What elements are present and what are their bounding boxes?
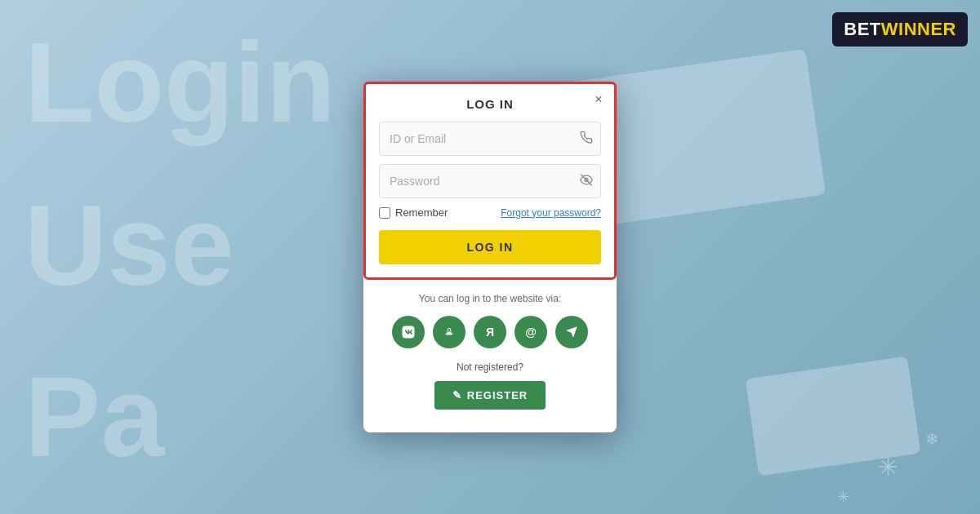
login-button[interactable]: LOG IN xyxy=(379,230,601,264)
password-group xyxy=(379,164,601,198)
modal-footer: You can log in to the website via: xyxy=(363,280,617,410)
modal-title: LOG IN xyxy=(466,97,514,111)
id-email-group xyxy=(379,122,601,156)
snowflake-3: ✳ xyxy=(837,488,849,506)
via-text: You can log in to the website via: xyxy=(376,293,604,304)
modal-inner-border: LOG IN × xyxy=(363,82,617,280)
mail-login-button[interactable]: @ xyxy=(514,316,547,348)
yandex-login-button[interactable]: Я xyxy=(474,316,506,348)
register-icon: ✎ xyxy=(452,389,462,401)
modal-body: Remember Forgot your password? LOG IN xyxy=(366,122,614,277)
betwinner-logo: BET WINNER xyxy=(832,12,968,47)
telegram-login-button[interactable] xyxy=(555,316,588,348)
bg-text-user: Use xyxy=(24,179,234,312)
bg-text-pa: Pa xyxy=(24,351,164,483)
snowflake-1: ✳ xyxy=(878,453,898,481)
remember-row: Remember Forgot your password? xyxy=(379,206,601,219)
remember-checkbox[interactable] xyxy=(379,207,390,219)
modal-container: LOG IN × xyxy=(363,82,617,432)
id-email-input[interactable] xyxy=(379,122,601,156)
close-button[interactable]: × xyxy=(591,92,606,107)
forgot-password-link[interactable]: Forgot your password? xyxy=(501,207,601,219)
login-modal: LOG IN × xyxy=(363,82,617,432)
remember-left: Remember xyxy=(379,206,448,219)
svg-point-3 xyxy=(448,329,451,331)
not-registered-text: Not registered? xyxy=(376,361,604,373)
snowflake-2: ❄ xyxy=(925,429,939,449)
modal-header: LOG IN × xyxy=(366,84,614,122)
phone-icon[interactable] xyxy=(580,131,593,147)
register-button[interactable]: ✎ REGISTER xyxy=(434,381,546,410)
eye-icon[interactable] xyxy=(580,174,593,189)
remember-label: Remember xyxy=(395,206,448,219)
logo-winner: WINNER xyxy=(881,19,956,40)
register-label: REGISTER xyxy=(467,389,528,401)
bg-text-login: Login xyxy=(24,16,336,148)
logo-bet: BET xyxy=(844,19,881,40)
vk-login-button[interactable] xyxy=(392,316,425,348)
password-input[interactable] xyxy=(379,164,601,198)
social-icons: Я @ xyxy=(376,316,604,348)
ok-login-button[interactable] xyxy=(433,316,466,348)
